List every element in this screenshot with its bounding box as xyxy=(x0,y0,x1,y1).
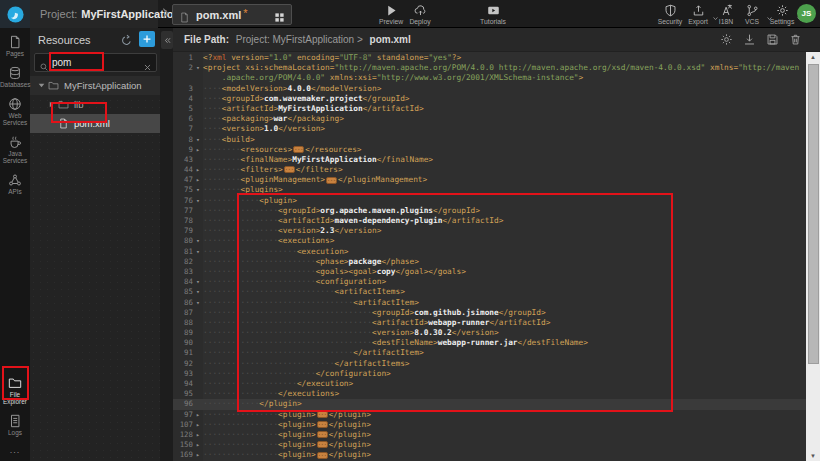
code-line[interactable]: 79················<version>2.3</version> xyxy=(173,226,806,236)
fold-marker[interactable]: ▸ xyxy=(193,450,203,460)
add-resource-button[interactable] xyxy=(139,31,155,47)
code-line[interactable]: 1<?xml version="1.0" encoding="UTF-8" st… xyxy=(173,53,806,63)
sidebar-item-logs[interactable]: Logs xyxy=(0,414,30,436)
code-line[interactable]: 90····································<d… xyxy=(173,338,806,348)
code-line[interactable]: 9▸········<resources>···</resources> xyxy=(173,145,806,155)
code-line[interactable]: 43········<finalName>MyFirstApplication<… xyxy=(173,155,806,165)
code-area[interactable]: 1<?xml version="1.0" encoding="UTF-8" st… xyxy=(173,52,806,461)
folded-region-pill[interactable]: ··· xyxy=(317,441,328,448)
folded-region-pill[interactable]: ··· xyxy=(326,177,337,184)
grid-icon[interactable] xyxy=(274,9,285,20)
tree-item-pom-xml[interactable]: pom.xml xyxy=(30,114,160,133)
download-button[interactable] xyxy=(743,33,756,46)
code-line[interactable]: 8▾····<build> xyxy=(173,135,806,145)
code-line[interactable]: 150▸················<plugin>···</plugin> xyxy=(173,440,806,450)
code-line[interactable]: 89····································<v… xyxy=(173,328,806,338)
fold-marker[interactable]: ▾ xyxy=(193,277,203,287)
code-line[interactable]: 107▸················<plugin>···</plugin> xyxy=(173,420,806,430)
code-line[interactable]: 44▸········<filters>···</filters> xyxy=(173,165,806,175)
fold-marker[interactable]: ▸ xyxy=(193,430,203,440)
code-line[interactable]: 81▾····················<execution> xyxy=(173,247,806,257)
caret-down-icon[interactable] xyxy=(37,81,46,90)
code-line[interactable]: 82························<phase>package… xyxy=(173,257,806,267)
code-line[interactable]: 93························</configuratio… xyxy=(173,369,806,379)
sidebar-item-databases[interactable]: Databases xyxy=(0,66,30,88)
code-line[interactable]: 6····<packaging>war</packaging> xyxy=(173,114,806,124)
code-line[interactable]: 80▾················<executions> xyxy=(173,236,806,246)
code-line[interactable]: 97▸················<plugin>···</plugin> xyxy=(173,410,806,420)
code-line[interactable]: 83························<goals><goal>c… xyxy=(173,267,806,277)
fold-marker[interactable]: ▸ xyxy=(193,145,203,155)
sidebar-item-java-services[interactable]: JavaServices xyxy=(0,135,30,164)
scroll-up-arrow[interactable]: ▲ xyxy=(806,52,820,62)
fold-marker[interactable]: ▾ xyxy=(193,63,203,73)
refresh-icon[interactable] xyxy=(120,33,133,46)
code-line[interactable]: 88····································<a… xyxy=(173,318,806,328)
user-avatar[interactable]: JS xyxy=(797,4,816,23)
sidebar-item-pages[interactable]: Pages xyxy=(0,35,30,57)
tree-item-myfirstapplication[interactable]: MyFirstApplication xyxy=(30,76,160,95)
code-line[interactable]: 92····························</artifact… xyxy=(173,359,806,369)
settings-button[interactable] xyxy=(720,33,733,46)
code-line[interactable]: 76▾············<plugin> xyxy=(173,196,806,206)
caret-right-icon[interactable] xyxy=(47,100,56,109)
fold-marker[interactable]: ▾ xyxy=(193,196,203,206)
delete-button[interactable] xyxy=(789,33,802,46)
wavemaker-logo[interactable] xyxy=(0,0,30,28)
fold-marker[interactable]: ▾ xyxy=(193,287,203,297)
fold-marker[interactable]: ▸ xyxy=(193,175,203,185)
scrollbar-thumb[interactable] xyxy=(808,64,819,364)
fold-marker[interactable]: ▸ xyxy=(193,410,203,420)
code-line[interactable]: 5····<artifactId>MyFirstApplication</art… xyxy=(173,104,806,114)
sidebar-more-button[interactable]: ... xyxy=(10,445,21,455)
code-line[interactable]: 96············</plugin> xyxy=(173,399,806,409)
fold-marker[interactable]: ▾ xyxy=(193,298,203,308)
fold-marker[interactable]: ▸ xyxy=(193,420,203,430)
folded-region-pill[interactable]: ··· xyxy=(317,452,328,459)
code-line[interactable]: 7····<version>1.0</version> xyxy=(173,124,806,134)
fold-marker[interactable]: ▸ xyxy=(193,165,203,175)
code-line[interactable]: 91································</arti… xyxy=(173,348,806,358)
code-line[interactable]: 85▾····························<artifact… xyxy=(173,287,806,297)
folded-region-pill[interactable]: ··· xyxy=(317,431,328,438)
vcs-button[interactable]: VCS xyxy=(735,3,769,27)
code-line[interactable]: 94····················</execution> xyxy=(173,379,806,389)
fold-marker[interactable]: ▾ xyxy=(193,236,203,246)
sidebar-item-apis[interactable]: APIs xyxy=(0,173,30,195)
tutorials-button[interactable]: Tutorials xyxy=(476,3,510,27)
fold-marker[interactable]: ▾ xyxy=(193,247,203,257)
code-line[interactable]: 84▾························<configuratio… xyxy=(173,277,806,287)
collapse-panel-button[interactable] xyxy=(161,31,173,49)
code-line[interactable]: .apache.org/POM/4.0.0" xmlns:xsi="http:/… xyxy=(173,73,806,83)
code-line[interactable]: 169▸················<plugin>···</plugin> xyxy=(173,450,806,460)
code-line[interactable]: 86▾································<arti… xyxy=(173,298,806,308)
scroll-down-arrow[interactable]: ▼ xyxy=(806,451,820,461)
folded-region-pill[interactable]: ··· xyxy=(317,411,328,418)
tree-item-lib[interactable]: lib xyxy=(30,95,160,114)
code-line[interactable]: 95················</executions> xyxy=(173,389,806,399)
tab-pom-xml[interactable]: pom.xml * xyxy=(172,4,292,25)
folded-region-pill[interactable]: ··· xyxy=(293,146,304,153)
code-line[interactable]: 47▸········<pluginManagement>···</plugin… xyxy=(173,175,806,185)
vertical-scrollbar[interactable]: ▲ ▼ xyxy=(806,52,820,461)
clear-search-icon[interactable] xyxy=(143,58,152,67)
save-button[interactable] xyxy=(766,33,779,46)
fold-marker[interactable]: ▸ xyxy=(193,440,203,450)
code-line[interactable]: 3····<modelVersion>4.0.0</modelVersion> xyxy=(173,84,806,94)
code-line[interactable]: 4····<groupId>com.wavemaker.project</gro… xyxy=(173,94,806,104)
fold-marker[interactable]: ▾ xyxy=(193,185,203,195)
fold-marker[interactable]: ▾ xyxy=(193,135,203,145)
code-line[interactable]: 75▾········<plugins> xyxy=(173,185,806,195)
folded-region-pill[interactable]: ··· xyxy=(317,421,328,428)
code-line[interactable]: 2▾<project xsi:schemaLocation="http://ma… xyxy=(173,63,806,73)
code-line[interactable]: 87····································<g… xyxy=(173,308,806,318)
code-line[interactable]: 77················<groupId>org.apache.ma… xyxy=(173,206,806,216)
settings-button[interactable]: Settings xyxy=(765,3,799,27)
folded-region-pill[interactable]: ··· xyxy=(284,166,295,173)
code-line[interactable]: 128▸················<plugin>···</plugin> xyxy=(173,430,806,440)
search-input[interactable] xyxy=(49,57,143,68)
code-line[interactable]: 78················<artifactId>maven-depe… xyxy=(173,216,806,226)
sidebar-item-web-services[interactable]: WebServices xyxy=(0,97,30,126)
sidebar-item-file-explorer[interactable]: FileExplorer xyxy=(0,376,30,405)
deploy-button[interactable]: Deploy xyxy=(403,3,437,27)
